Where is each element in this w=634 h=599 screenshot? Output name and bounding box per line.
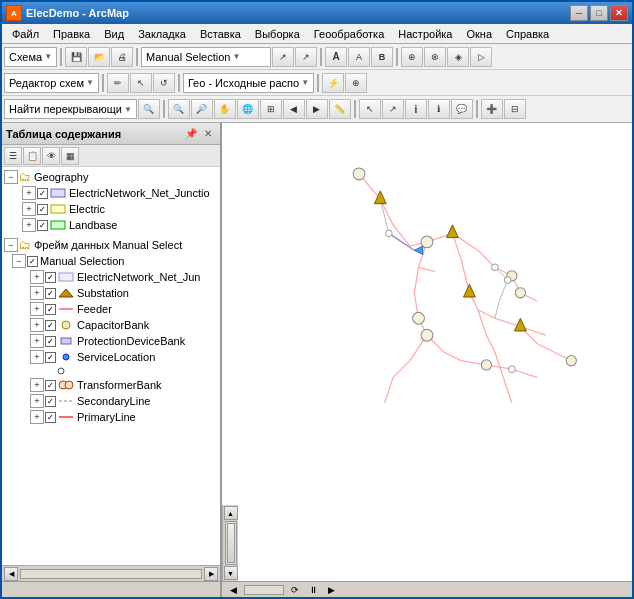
tb-print[interactable]: 🖨 <box>111 47 133 67</box>
tb-select1[interactable]: ↗ <box>272 47 294 67</box>
tb-plus[interactable]: ➕ <box>481 99 503 119</box>
menu-geoprocess[interactable]: Геообработка <box>308 25 391 43</box>
menu-insert[interactable]: Вставка <box>194 25 247 43</box>
checkbox-pri[interactable] <box>45 412 56 423</box>
geo-dropdown[interactable]: Гео - Исходные распо ▼ <box>183 73 314 93</box>
menu-windows[interactable]: Окна <box>460 25 498 43</box>
tb-zoom-out[interactable]: 🔎 <box>191 99 213 119</box>
tree-group-manual[interactable]: − 🗂 Фрейм данных Manual Select <box>2 237 220 253</box>
tree-item-ms[interactable]: − Manual Selection <box>2 253 220 269</box>
toc-hscroll-track[interactable] <box>20 569 202 579</box>
status-pause[interactable]: ⏸ <box>306 583 320 597</box>
tb-extra4[interactable]: ▷ <box>470 47 492 67</box>
expand-geography[interactable]: − <box>4 170 18 184</box>
menu-bookmark[interactable]: Закладка <box>132 25 192 43</box>
minimize-button[interactable]: ─ <box>570 5 588 21</box>
expand-substation[interactable]: + <box>30 286 44 300</box>
tb-find2[interactable]: 💬 <box>451 99 473 119</box>
checkbox-trans[interactable] <box>45 380 56 391</box>
tree-item-capacitorbank[interactable]: + CapacitorBank <box>2 317 220 333</box>
expand-ej[interactable]: + <box>22 186 36 200</box>
checkbox-ej[interactable] <box>37 188 48 199</box>
tb-extra2[interactable]: ⊗ <box>424 47 446 67</box>
checkbox-prot[interactable] <box>45 336 56 347</box>
checkbox-enj[interactable] <box>45 272 56 283</box>
tree-item-ej[interactable]: + ElectricNetwork_Net_Junctio <box>2 185 220 201</box>
tb-lightning[interactable]: ⚡ <box>322 73 344 93</box>
tb-edit-rotate[interactable]: ↺ <box>153 73 175 93</box>
tree-item-feeder[interactable]: + Feeder <box>2 301 220 317</box>
tb-edit-pencil[interactable]: ✏ <box>107 73 129 93</box>
tb-pan[interactable]: ✋ <box>214 99 236 119</box>
checkbox-sec[interactable] <box>45 396 56 407</box>
expand-landbase[interactable]: + <box>22 218 36 232</box>
toc-pin-button[interactable]: 📌 <box>183 126 199 142</box>
expand-cap[interactable]: + <box>30 318 44 332</box>
tb-cursor[interactable]: ↖ <box>359 99 381 119</box>
toc-tb-select[interactable]: ▦ <box>61 147 79 165</box>
toc-tb-view[interactable]: 👁 <box>42 147 60 165</box>
tb-edit-cursor[interactable]: ↖ <box>130 73 152 93</box>
checkbox-feeder[interactable] <box>45 304 56 315</box>
checkbox-cap[interactable] <box>45 320 56 331</box>
maximize-button[interactable]: □ <box>590 5 608 21</box>
tb-globe[interactable]: 🌐 <box>237 99 259 119</box>
tb-zoom-in[interactable]: 🔍 <box>168 99 190 119</box>
status-icon1[interactable]: ◀ <box>226 583 240 597</box>
editor-dropdown[interactable]: Редактор схем ▼ <box>4 73 99 93</box>
toc-scroll-left[interactable]: ◀ <box>4 567 18 581</box>
checkbox-landbase[interactable] <box>37 220 48 231</box>
tree-group-geography[interactable]: − 🗂 Geography <box>2 169 220 185</box>
tb-back[interactable]: ◀ <box>283 99 305 119</box>
toc-scroll-right[interactable]: ▶ <box>204 567 218 581</box>
vscroll-thumb[interactable] <box>227 523 235 563</box>
tb-grid[interactable]: ⊟ <box>504 99 526 119</box>
manual-selection-dropdown[interactable]: Manual Selection ▼ <box>141 47 271 67</box>
tb-info[interactable]: i <box>405 99 427 119</box>
expand-prot[interactable]: + <box>30 334 44 348</box>
tb-identify[interactable]: ℹ <box>428 99 450 119</box>
schema-dropdown[interactable]: Схема ▼ <box>4 47 57 67</box>
menu-view[interactable]: Вид <box>98 25 130 43</box>
vscroll-up[interactable]: ▲ <box>224 506 238 520</box>
expand-svc[interactable]: + <box>30 350 44 364</box>
tb-bold[interactable]: B <box>371 47 393 67</box>
vscroll-down[interactable]: ▼ <box>224 566 238 580</box>
checkbox-svc[interactable] <box>45 352 56 363</box>
expand-ms[interactable]: − <box>12 254 26 268</box>
tree-item-service[interactable]: + ServiceLocation <box>2 349 220 365</box>
tree-item-transformer[interactable]: + TransformerBank <box>2 377 220 393</box>
tb-extra1[interactable]: ⊕ <box>401 47 423 67</box>
vscroll-track[interactable] <box>225 521 237 565</box>
tb-arrow[interactable]: ↗ <box>382 99 404 119</box>
tb-select2[interactable]: ↗ <box>295 47 317 67</box>
tb-forward[interactable]: ▶ <box>306 99 328 119</box>
toc-tb-source[interactable]: 📋 <box>23 147 41 165</box>
checkbox-ms[interactable] <box>27 256 38 267</box>
status-icon2[interactable]: ▶ <box>324 583 338 597</box>
expand-trans[interactable]: + <box>30 378 44 392</box>
tree-item-secondary[interactable]: + SecondaryLine <box>2 393 220 409</box>
tb-find[interactable]: 🔍 <box>138 99 160 119</box>
tb-open[interactable]: 📂 <box>88 47 110 67</box>
menu-file[interactable]: Файл <box>6 25 45 43</box>
expand-pri[interactable]: + <box>30 410 44 424</box>
tb-extra5[interactable]: ⊕ <box>345 73 367 93</box>
tb-measure[interactable]: 📏 <box>329 99 351 119</box>
menu-help[interactable]: Справка <box>500 25 555 43</box>
tree-item-primary[interactable]: + PrimaryLine <box>2 409 220 425</box>
expand-enj[interactable]: + <box>30 270 44 284</box>
map-vscroll[interactable]: ▲ ▼ <box>222 505 238 581</box>
menu-select[interactable]: Выборка <box>249 25 306 43</box>
close-button[interactable]: ✕ <box>610 5 628 21</box>
expand-feeder[interactable]: + <box>30 302 44 316</box>
checkbox-electric[interactable] <box>37 204 48 215</box>
tb-font-a[interactable]: A <box>325 47 347 67</box>
tree-item-electric[interactable]: + Electric <box>2 201 220 217</box>
tb-save[interactable]: 💾 <box>65 47 87 67</box>
expand-sec[interactable]: + <box>30 394 44 408</box>
map-hscroll-track[interactable] <box>244 585 284 595</box>
tree-item-landbase[interactable]: + Landbase <box>2 217 220 233</box>
tb-extra3[interactable]: ◈ <box>447 47 469 67</box>
map-canvas[interactable] <box>222 123 632 505</box>
